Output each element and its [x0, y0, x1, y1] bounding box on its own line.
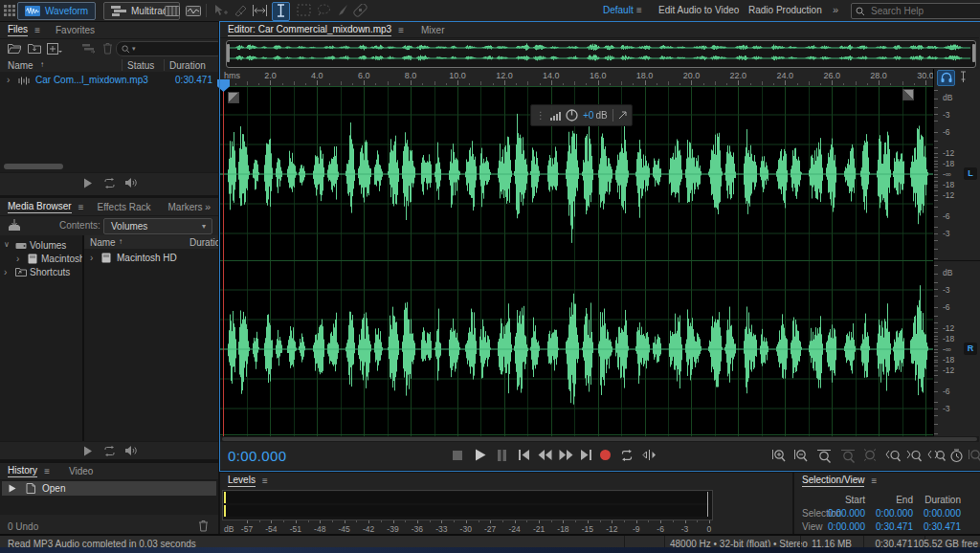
solo-headphones-button[interactable] — [937, 70, 955, 86]
media-loop-button[interactable] — [103, 446, 116, 456]
tab-effects-rack[interactable]: Effects Rack — [98, 202, 151, 212]
zoom-navigator[interactable] — [220, 38, 979, 69]
fade-in-handle[interactable] — [228, 92, 239, 103]
tab-mixer[interactable]: Mixer — [421, 25, 444, 35]
metronome-display-icon[interactable] — [186, 6, 201, 16]
editor-panel-menu-icon[interactable]: ≡ — [398, 25, 404, 35]
channel-badge-right[interactable]: R — [964, 343, 977, 355]
tree-item-shortcuts[interactable]: › Shortcuts — [0, 266, 82, 279]
hud-grip-icon[interactable]: ⋮ — [536, 110, 546, 121]
media-play-button[interactable] — [83, 446, 93, 456]
selection-view-menu-icon[interactable]: ≡ — [871, 476, 877, 486]
import-file-icon[interactable] — [28, 43, 41, 54]
levels-panel-menu-icon[interactable]: ≡ — [262, 476, 268, 486]
history-panel-menu-icon[interactable]: ≡ — [44, 466, 50, 476]
amplitude-scale-column[interactable]: dB-3-6-12-18-∞-18-12-6-3 dB-3-6-12-18-∞-… — [933, 86, 980, 436]
spot-healing-brush-tool-icon[interactable] — [353, 4, 368, 17]
workspace-edit-audio-to-video[interactable]: Edit Audio to Video — [658, 5, 739, 15]
editor-hscrollbar-thumb[interactable] — [222, 437, 977, 441]
waveform-view-button[interactable]: Waveform — [17, 2, 96, 20]
insert-into-multitrack-icon[interactable] — [82, 43, 96, 55]
history-trash-icon[interactable] — [198, 520, 209, 532]
fast-forward-button[interactable] — [559, 450, 573, 460]
zoom-to-selection-button[interactable] — [927, 449, 946, 463]
skip-selection-button[interactable] — [642, 450, 657, 460]
file-row-expander-icon[interactable]: › — [7, 75, 10, 85]
time-display[interactable]: 0:00.000 — [228, 448, 287, 464]
marquee-selection-tool-icon[interactable] — [297, 4, 311, 16]
selection-duration-value[interactable]: 0:00.000 — [913, 508, 961, 519]
tab-levels[interactable]: Levels — [228, 475, 256, 487]
import-media-icon[interactable] — [8, 219, 21, 232]
media-row-macintosh-hd[interactable]: › Macintosh HD — [84, 252, 218, 265]
zoom-in-left-edge-button[interactable] — [885, 449, 902, 463]
view-start-value[interactable]: 0:00.000 — [823, 521, 865, 532]
zoom-out-time-button[interactable] — [793, 449, 809, 463]
tab-selection-view[interactable]: Selection/View — [802, 475, 864, 487]
files-list-header[interactable]: Name ↑ Status Duration — [0, 58, 218, 73]
rewind-button[interactable] — [538, 450, 552, 460]
zoom-history-button[interactable] — [949, 449, 964, 463]
media-browser-menu-icon[interactable]: ≡ — [78, 202, 84, 212]
files-loop-button[interactable] — [103, 178, 116, 188]
zoom-last-button[interactable] — [968, 449, 980, 463]
search-help-input[interactable] — [869, 5, 969, 17]
zoom-in-time-button[interactable] — [771, 449, 787, 463]
hud-pin-icon[interactable] — [618, 111, 627, 120]
waveform-display[interactable]: ⋮ +0 dB — [220, 86, 933, 436]
timeline-ruler[interactable]: hms 2.04.06.08.010.012.014.016.018.020.0… — [220, 69, 933, 86]
tree-item-volumes[interactable]: ∨ Volumes — [0, 239, 82, 253]
zoom-navigator-range[interactable] — [226, 40, 976, 68]
tab-video[interactable]: Video — [69, 466, 93, 476]
move-tool-icon[interactable] — [213, 4, 228, 17]
razor-tool-icon[interactable] — [234, 4, 248, 17]
tree-item-macintosh-hd[interactable]: › Macintosh HD — [0, 253, 82, 266]
tab-editor[interactable]: Editor: Car Commercial_mixdown.mp3 — [228, 24, 391, 36]
tab-files[interactable]: Files — [8, 24, 28, 36]
pause-button[interactable] — [497, 450, 507, 461]
skip-to-start-button[interactable] — [518, 450, 530, 460]
zoom-navigator-right-handle[interactable] — [972, 44, 975, 62]
media-autoplay-button[interactable] — [124, 445, 137, 456]
paintbrush-tool-icon[interactable] — [335, 4, 349, 17]
files-play-button[interactable] — [83, 178, 93, 188]
tab-history[interactable]: History — [8, 465, 37, 477]
view-end-value[interactable]: 0:30.471 — [871, 521, 913, 532]
gain-hud[interactable]: ⋮ +0 dB — [530, 104, 633, 126]
playhead-line[interactable] — [223, 86, 224, 436]
stop-button[interactable] — [452, 450, 463, 461]
fade-out-handle[interactable] — [902, 89, 914, 100]
files-hscrollbar[interactable] — [4, 164, 63, 169]
search-help-field[interactable] — [851, 3, 980, 19]
waveform-canvas[interactable] — [220, 86, 933, 436]
media-list-header[interactable]: Name ↑ Duration — [84, 235, 218, 249]
workspace-overflow-icon[interactable]: » — [833, 4, 838, 15]
marker-pin-icon[interactable] — [959, 71, 968, 83]
open-file-icon[interactable] — [8, 43, 21, 54]
record-button[interactable] — [599, 449, 612, 461]
view-duration-value[interactable]: 0:30.471 — [913, 521, 961, 532]
app-menu-icon[interactable] — [4, 5, 15, 16]
skip-to-end-button[interactable] — [580, 450, 592, 460]
time-selection-tool-icon[interactable] — [252, 4, 268, 17]
channel-badge-left[interactable]: L — [964, 167, 977, 180]
selection-end-value[interactable]: 0:00.000 — [871, 508, 913, 519]
ibeam-tool-icon[interactable] — [272, 2, 290, 21]
play-button[interactable] — [475, 449, 486, 461]
workspace-radio-production[interactable]: Radio Production — [748, 5, 822, 15]
workspace-default[interactable]: Default — [603, 5, 634, 15]
hud-gain-value[interactable]: +0 — [583, 110, 593, 121]
tab-favorites[interactable]: Favorites — [56, 25, 95, 35]
contents-dropdown[interactable]: Volumes ▾ — [103, 218, 212, 234]
tab-media-browser[interactable]: Media Browser — [8, 201, 72, 213]
files-search-field[interactable]: ▾ — [116, 41, 224, 56]
overview-waveform[interactable] — [230, 42, 970, 64]
workspace-menu-icon[interactable]: ≡ — [636, 5, 642, 15]
files-autoplay-button[interactable] — [124, 177, 137, 188]
zoom-in-right-edge-button[interactable] — [906, 449, 923, 463]
hud-gain-knob-icon[interactable] — [566, 109, 578, 122]
files-panel-menu-icon[interactable]: ≡ — [34, 25, 40, 35]
lasso-selection-tool-icon[interactable] — [317, 4, 331, 16]
selection-start-value[interactable]: 0:00.000 — [823, 508, 865, 519]
media-browser-overflow-icon[interactable]: » — [205, 201, 211, 212]
